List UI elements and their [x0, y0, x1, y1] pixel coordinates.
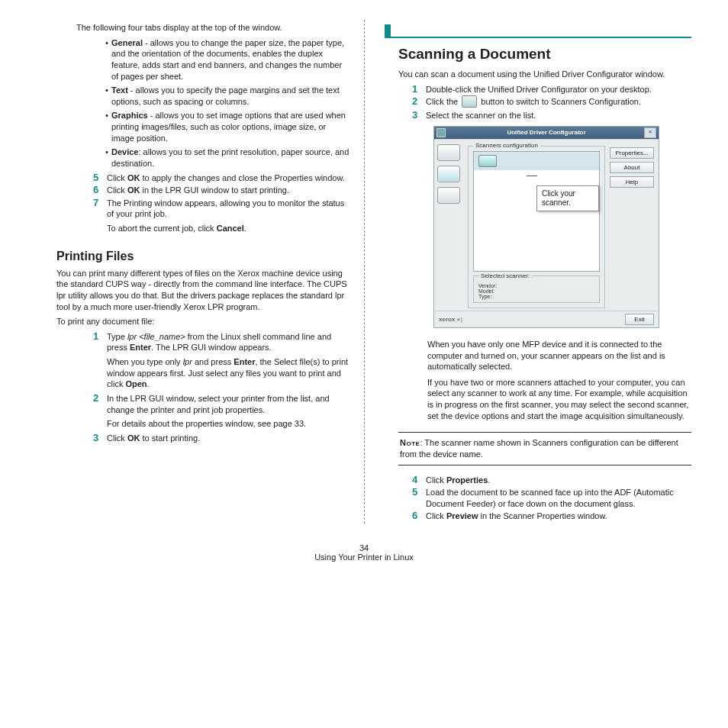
ports-icon[interactable] [437, 187, 460, 204]
category-sidebar [434, 140, 468, 311]
exit-button[interactable]: Exit [625, 314, 654, 325]
scan-step-4: 4 Click Properties. [412, 475, 691, 486]
tab-bullet-list: •General - allows you to change the pape… [56, 37, 350, 169]
pf-step-2-sub: For details about the properties window,… [107, 418, 350, 430]
bullet-device: •Device: allows you to set the print res… [105, 147, 350, 169]
window-titlebar: Unified Driver Configurator × [434, 127, 659, 139]
intro-tabs: The following four tabs display at the t… [76, 22, 350, 34]
step-6: 6 Click OK in the LPR GUI window to star… [93, 185, 350, 196]
step-5: 5 Click OK to apply the changes and clos… [93, 172, 350, 184]
close-icon[interactable]: × [644, 127, 656, 138]
page-footer: 34 Using Your Printer in Linux [0, 539, 728, 575]
pf-intro: You can print many different types of fi… [56, 268, 350, 313]
scanner-icon [462, 95, 477, 108]
group-label: Scanners configuration [473, 142, 540, 149]
pf-lead: To print any document file: [56, 316, 350, 327]
model-label: Model: [478, 288, 594, 294]
heading-printing-files: Printing Files [56, 250, 350, 263]
after-screenshot-p1: When you have only one MFP device and it… [427, 339, 691, 372]
scanner-list-item[interactable] [474, 152, 599, 170]
note-box: Note: The scanner name shown in Scanners… [398, 432, 691, 465]
scan-step-2: 2 Click the button to switch to Scanners… [412, 96, 691, 108]
pf-step-3: 3 Click OK to start printing. [93, 433, 350, 444]
step-7: 7 The Printing window appears, allowing … [93, 198, 350, 220]
pf-step-1-sub: When you type only lpr and press Enter, … [107, 356, 350, 390]
step-7-sub: To abort the current job, click Cancel. [107, 223, 350, 234]
bullet-general: •General - allows you to change the pape… [105, 37, 350, 82]
scan-step-3: 3Select the scanner on the list. [412, 110, 691, 121]
scanners-icon[interactable] [437, 166, 460, 182]
after-screenshot-p2: If you have two or more scanners attache… [427, 377, 691, 422]
scanner-list[interactable]: Click your scanner. [473, 151, 600, 272]
heading-scanning: Scanning a Document [398, 46, 691, 63]
chapter-footer: Using Your Printer in Linux [0, 552, 728, 562]
about-button[interactable]: About [610, 162, 654, 173]
pf-step-2: 2 In the LPR GUI window, select your pri… [93, 393, 350, 415]
configurator-screenshot: Unified Driver Configurator × Scanners c… [433, 126, 659, 328]
window-title: Unified Driver Configurator [449, 129, 644, 136]
help-button[interactable]: Help [610, 176, 654, 188]
scan-step-1: 1Double-click the Unified Driver Configu… [412, 84, 691, 95]
selected-scanner-group: Selected scanner: Vendor: Model: Type: [473, 275, 600, 303]
properties-button[interactable]: Properties... [610, 147, 654, 159]
bullet-graphics: •Graphics - allows you to set image opti… [105, 110, 350, 143]
callout-label: Click your scanner. [536, 185, 599, 211]
scan-intro: You can scan a document using the Unifie… [398, 69, 691, 80]
printers-icon[interactable] [437, 144, 460, 161]
sys-icon [436, 128, 446, 137]
page-number: 34 [0, 543, 728, 552]
type-label: Type: [478, 294, 594, 299]
xerox-logo: xerox ●) [439, 316, 625, 323]
bullet-text: •Text - allows you to specify the page m… [105, 85, 350, 107]
scan-step-5: 5Load the document to be scanned face up… [412, 487, 691, 509]
scanner-item-icon [478, 155, 497, 167]
vendor-label: Vendor: [478, 283, 594, 288]
pf-step-1: 1 Type lpr <file_name> from the Linux sh… [93, 331, 350, 353]
scan-step-6: 6 Click Preview in the Scanner Propertie… [412, 511, 691, 522]
